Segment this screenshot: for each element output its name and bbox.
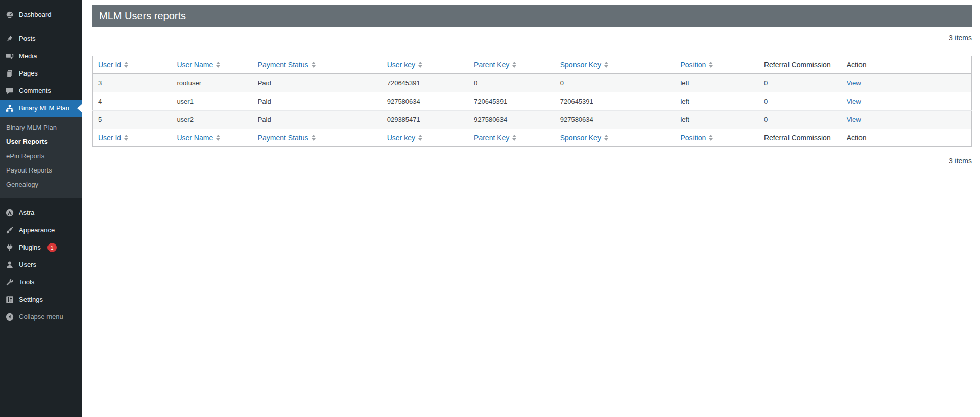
pushpin-icon	[5, 34, 14, 43]
sort-icon	[216, 135, 220, 141]
cell-user-id: 4	[93, 92, 172, 111]
sort-footer-payment-status[interactable]: Payment Status	[258, 134, 316, 142]
cell-user-name: user1	[172, 92, 252, 111]
sort-header-payment-status[interactable]: Payment Status	[258, 61, 316, 69]
astra-logo-icon	[5, 208, 14, 217]
cell-user-name: rootuser	[172, 74, 252, 92]
wrench-icon	[5, 278, 14, 287]
cell-sponsor-key: 927580634	[555, 111, 676, 129]
collapse-menu-label: Collapse menu	[19, 312, 63, 322]
header-referral-commission: Referral Commission	[759, 56, 842, 74]
submenu-item-binary-mlm-plan[interactable]: Binary MLM Plan	[0, 120, 82, 135]
sidebar-separator	[0, 198, 82, 204]
table-header-row: User Id User Name Payment Status User ke…	[93, 56, 972, 74]
sidebar-item-appearance[interactable]: Appearance	[0, 222, 82, 239]
cell-position: left	[675, 111, 758, 129]
view-link[interactable]: View	[847, 97, 861, 105]
sort-icon	[418, 135, 422, 141]
mlm-users-table: User Id User Name Payment Status User ke…	[92, 56, 972, 147]
sort-header-user-name[interactable]: User Name	[177, 61, 220, 69]
sort-icon	[512, 135, 516, 141]
sidebar-item-comments[interactable]: Comments	[0, 82, 82, 100]
cell-user-id: 5	[93, 111, 172, 129]
sidebar-item-pages[interactable]: Pages	[0, 65, 82, 82]
pages-icon	[5, 69, 14, 78]
sort-icon	[124, 135, 128, 141]
media-icon	[5, 52, 14, 61]
collapse-arrow-icon	[5, 312, 14, 322]
sidebar-separator	[0, 23, 82, 30]
cell-payment-status: Paid	[253, 92, 382, 111]
sort-footer-position[interactable]: Position	[680, 134, 713, 142]
sidebar-item-posts[interactable]: Posts	[0, 30, 82, 47]
cell-user-key: 720645391	[382, 74, 469, 92]
header-action: Action	[842, 56, 972, 74]
paintbrush-icon	[5, 226, 14, 235]
admin-sidebar: Dashboard Posts Media Pages Comments	[0, 0, 82, 417]
settings-sliders-icon	[5, 295, 14, 304]
table-row: 5 user2 Paid 029385471 927580634 9275806…	[93, 111, 972, 129]
sidebar-item-plugins[interactable]: Plugins 1	[0, 239, 82, 256]
network-tree-icon	[5, 104, 14, 113]
submenu-item-genealogy[interactable]: Genealogy	[0, 178, 82, 192]
binary-mlm-plan-submenu: Binary MLM Plan User Reports ePin Report…	[0, 117, 82, 198]
sort-icon	[312, 62, 316, 68]
cell-referral-commission: 0	[759, 111, 842, 129]
cell-user-key: 029385471	[382, 111, 469, 129]
sort-header-sponsor-key[interactable]: Sponsor Key	[560, 61, 608, 69]
sidebar-item-tools[interactable]: Tools	[0, 274, 82, 291]
sort-footer-parent-key[interactable]: Parent Key	[474, 134, 516, 142]
sort-icon	[312, 135, 316, 141]
sort-header-user-id[interactable]: User Id	[98, 61, 128, 69]
sort-icon	[604, 135, 608, 141]
sidebar-item-label: Binary MLM Plan	[19, 104, 69, 113]
sort-header-parent-key[interactable]: Parent Key	[474, 61, 516, 69]
view-link[interactable]: View	[847, 79, 861, 87]
sort-footer-user-id[interactable]: User Id	[98, 134, 128, 142]
cell-referral-commission: 0	[759, 74, 842, 92]
sidebar-item-label: Pages	[19, 69, 38, 78]
submenu-item-epin-reports[interactable]: ePin Reports	[0, 149, 82, 163]
sort-header-user-key[interactable]: User key	[387, 61, 422, 69]
sidebar-item-label: Plugins	[19, 243, 41, 252]
sidebar-item-binary-mlm-plan[interactable]: Binary MLM Plan	[0, 100, 82, 117]
plugins-update-badge: 1	[47, 243, 57, 252]
sidebar-item-label: Media	[19, 52, 37, 61]
sidebar-item-astra[interactable]: Astra	[0, 204, 82, 222]
sort-header-position[interactable]: Position	[680, 61, 713, 69]
footer-referral-commission: Referral Commission	[759, 129, 842, 147]
main-content: MLM Users reports 3 items User Id User N…	[82, 0, 980, 417]
cell-user-key: 927580634	[382, 92, 469, 111]
sidebar-item-label: Users	[19, 260, 36, 269]
cell-parent-key: 720645391	[469, 92, 555, 111]
items-count-bottom: 3 items	[92, 156, 972, 165]
dashboard-icon	[5, 10, 14, 19]
sidebar-item-settings[interactable]: Settings	[0, 291, 82, 308]
footer-action: Action	[842, 129, 972, 147]
submenu-item-user-reports[interactable]: User Reports	[0, 135, 82, 149]
table-row: 4 user1 Paid 927580634 720645391 7206453…	[93, 92, 972, 111]
sort-footer-user-name[interactable]: User Name	[177, 134, 220, 142]
table-footer-row: User Id User Name Payment Status User ke…	[93, 129, 972, 147]
cell-parent-key: 0	[469, 74, 555, 92]
cell-sponsor-key: 0	[555, 74, 676, 92]
sort-icon	[124, 62, 128, 68]
user-icon	[5, 260, 14, 269]
submenu-item-payout-reports[interactable]: Payout Reports	[0, 163, 82, 178]
cell-user-id: 3	[93, 74, 172, 92]
sidebar-item-label: Posts	[19, 34, 36, 43]
sidebar-item-media[interactable]: Media	[0, 47, 82, 65]
cell-payment-status: Paid	[253, 111, 382, 129]
sort-footer-sponsor-key[interactable]: Sponsor Key	[560, 134, 608, 142]
cell-sponsor-key: 720645391	[555, 92, 676, 111]
sort-icon	[709, 135, 713, 141]
sort-footer-user-key[interactable]: User key	[387, 134, 422, 142]
sort-icon	[604, 62, 608, 68]
sidebar-item-users[interactable]: Users	[0, 256, 82, 274]
view-link[interactable]: View	[847, 116, 861, 124]
sidebar-item-label: Appearance	[19, 226, 55, 235]
cell-user-name: user2	[172, 111, 252, 129]
sidebar-item-dashboard[interactable]: Dashboard	[0, 6, 82, 23]
plug-icon	[5, 243, 14, 252]
collapse-menu-button[interactable]: Collapse menu	[0, 308, 82, 326]
